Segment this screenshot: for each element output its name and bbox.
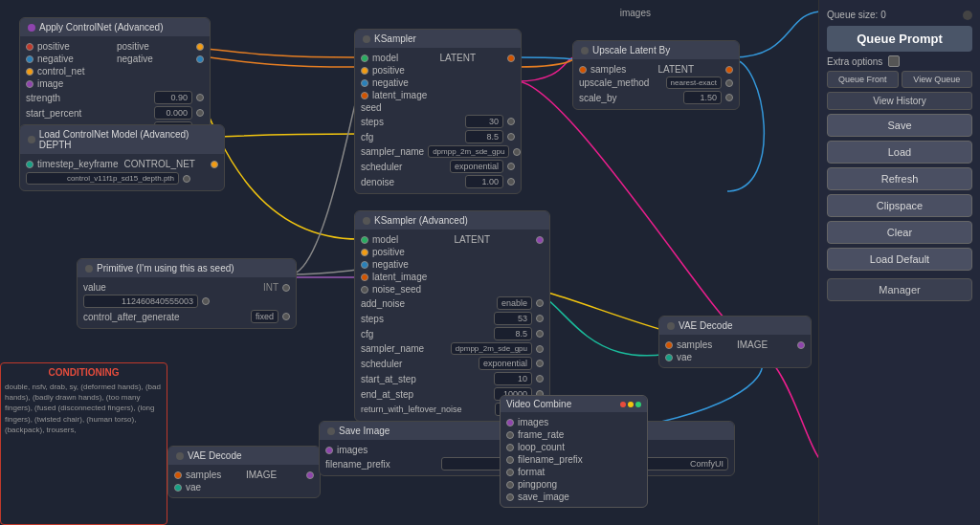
port-latent-out (725, 66, 733, 74)
queue-indicator (963, 11, 972, 20)
node-row: timestep_keyframe CONTROL_NET (26, 158, 218, 170)
node-row-sampler: sampler_name dpmpp_2m_sde_gpu (361, 341, 544, 356)
vae-decode2-node: VAE Decode samples IMAGE vae (167, 446, 321, 498)
queue-prompt-button[interactable]: Queue Prompt (827, 26, 972, 52)
port-model-in (361, 236, 368, 244)
port-pingpong (506, 481, 514, 489)
view-queue-button[interactable]: View Queue (902, 71, 973, 88)
images-label: images (620, 8, 651, 18)
port-format (506, 469, 514, 476)
port-samples-in (174, 471, 182, 479)
port-filename (506, 456, 514, 464)
node-row: value INT (83, 281, 290, 294)
node-row: model LATENT (361, 52, 515, 64)
node-row-value: 112460840555003 (83, 294, 290, 309)
extra-options-row: Extra options (827, 55, 972, 67)
node-row: samples IMAGE (174, 469, 314, 481)
right-panel: Queue size: 0 Queue Prompt Extra options… (818, 0, 980, 525)
node-row: latent_image (361, 89, 515, 101)
load-controlnet-node: Load ControlNet Model (Advanced) DEPTH t… (19, 124, 225, 191)
clear-button[interactable]: Clear (827, 221, 972, 244)
port-sampler (513, 148, 521, 156)
node-row-seed: seed (361, 101, 515, 114)
node-row-sampler: sampler_name dpmpp_2m_sde_gpu (361, 144, 515, 159)
node-row: samples IMAGE (665, 339, 805, 351)
refresh-button[interactable]: Refresh (827, 167, 972, 190)
port-saveimage (506, 493, 514, 501)
primitive-node: Primitive (I'm using this as seed) value… (77, 258, 297, 329)
port-sampler (536, 345, 544, 353)
port-latent-in (361, 273, 368, 281)
vae-decode2-title: VAE Decode (168, 447, 320, 465)
port-samples-in (579, 66, 587, 74)
node-row-cfg: cfg 8.5 (361, 129, 515, 144)
apply-controlnet-node: Apply ControlNet (Advanced) positive pos… (19, 17, 211, 141)
node-canvas[interactable]: Apply ControlNet (Advanced) positive pos… (0, 0, 818, 525)
queue-front-button[interactable]: Queue Front (827, 71, 899, 88)
node-row-control: control_after_generate fixed (83, 309, 290, 324)
port-loop (506, 444, 514, 451)
load-default-button[interactable]: Load Default (827, 248, 972, 271)
node-row-noise: add_noise enable (361, 295, 544, 311)
view-history-button[interactable]: View History (827, 92, 972, 110)
port-noise-in (361, 286, 368, 294)
node-row-method: upscale_method nearest-exact (579, 76, 733, 90)
node-row: latent_image (361, 271, 544, 283)
node-row: negative negative (26, 53, 204, 65)
port-steps (536, 315, 544, 322)
port-negative-out (196, 55, 204, 63)
node-row: frame_rate (506, 428, 641, 441)
port-start (196, 109, 204, 117)
node-row-start: start_at_step 10 (361, 371, 544, 386)
port-strength (196, 94, 204, 101)
port-int-out (282, 284, 290, 292)
node-row-path: control_v11f1p_sd15_depth.pth (26, 170, 218, 186)
port-control (282, 313, 290, 320)
clipspace-button[interactable]: Clipspace (827, 194, 972, 217)
port-positive-in (361, 249, 368, 256)
port-method (725, 79, 733, 87)
node-row-scale: scale_by 1.50 (579, 90, 733, 105)
port-images-in (506, 419, 514, 427)
port-controlnet-in (26, 68, 33, 76)
node-row: negative (361, 77, 515, 89)
port-addnoise (536, 299, 544, 307)
manager-button[interactable]: Manager (827, 278, 972, 301)
ksampler1-node: KSampler model LATENT positive negative … (354, 29, 522, 194)
node-row-steps: steps 30 (361, 114, 515, 129)
port-timestep (26, 161, 33, 168)
upscale-latent-node: Upscale Latent By samples LATENT upscale… (572, 40, 740, 110)
port-scheduler (507, 163, 515, 170)
node-row: save_image (506, 491, 641, 503)
node-row: positive positive (26, 40, 204, 53)
ksampler2-title: KSampler (Advanced) (355, 211, 549, 230)
port-latent-in (361, 92, 368, 99)
port-framerate (506, 431, 514, 439)
save-button[interactable]: Save (827, 114, 972, 137)
port-start (536, 375, 544, 383)
port-image-in (26, 80, 33, 88)
port-cfg (507, 133, 515, 141)
port-negative-in (361, 79, 368, 87)
port-cfg (536, 330, 544, 338)
node-row-cfg: cfg 8.5 (361, 326, 544, 341)
port-scheduler (536, 360, 544, 367)
port-samples-in (665, 341, 673, 349)
extra-options-checkbox[interactable] (888, 55, 900, 67)
load-button[interactable]: Load (827, 141, 972, 164)
port-path (183, 175, 190, 183)
node-row: vae (665, 351, 805, 363)
port-model-in (361, 55, 368, 62)
port-negative-in (361, 261, 368, 269)
node-row: model LATENT (361, 233, 544, 246)
node-row: vae (174, 481, 314, 493)
port-vae-in (665, 354, 673, 361)
node-row: noise_seed (361, 283, 544, 295)
vae-decode1-title: VAE Decode (659, 317, 811, 335)
port-negative-in (26, 55, 33, 63)
port-value (202, 297, 210, 305)
apply-controlnet-title: Apply ControlNet (Advanced) (20, 18, 210, 36)
node-row: negative (361, 258, 544, 271)
node-row: control_net (26, 65, 204, 77)
node-row-scheduler: scheduler exponential (361, 356, 544, 371)
